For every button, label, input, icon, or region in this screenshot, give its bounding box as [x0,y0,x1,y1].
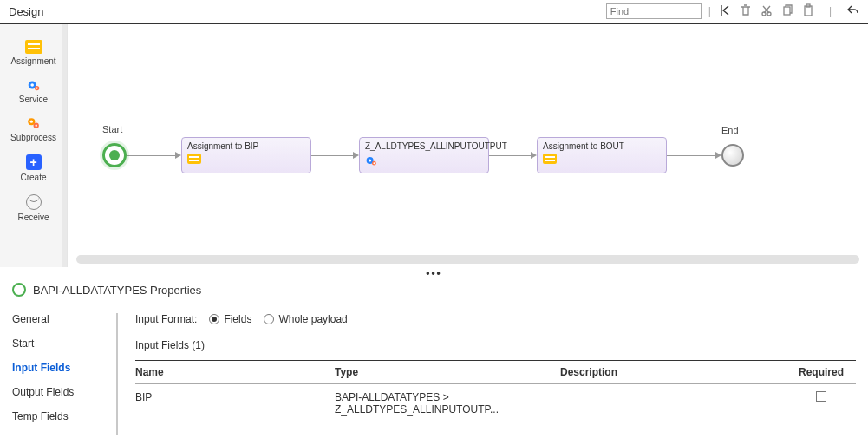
palette-label: Assignment [10,56,55,66]
cell-description [560,391,786,416]
col-description[interactable]: Description [560,366,786,378]
end-circle-icon [721,144,744,167]
palette-subprocess[interactable]: Subprocess [0,113,67,146]
cell-type: BAPI-ALLDATATYPES > Z_ALLDTYPES_ALLINPUT… [335,391,560,416]
col-type[interactable]: Type [335,366,560,378]
properties-body: General Start Input Fields Output Fields… [0,304,868,443]
svg-point-16 [373,162,375,164]
svg-point-14 [369,159,371,161]
properties-tabs: General Start Input Fields Output Fields… [12,313,99,435]
checkbox-icon[interactable] [816,391,826,402]
task-assignment-bip[interactable]: Assignment to BIP [181,137,311,173]
end-label: End [721,125,739,135]
design-area: Assignment Service Subprocess + Create R… [0,24,868,267]
start-node[interactable]: Start [102,143,127,167]
process-icon [12,283,26,297]
tab-input-fields[interactable]: Input Fields [12,362,99,374]
svg-point-8 [36,88,37,89]
start-circle-icon [102,143,127,167]
subprocess-icon [25,116,42,130]
palette-label: Service [19,95,48,104]
palette-label: Receive [17,213,49,222]
cell-required [786,391,856,416]
task-title: Assignment to BIP [187,141,305,151]
grid-title: Input Fields (1) [135,339,856,351]
col-required[interactable]: Required [786,366,856,378]
palette-label: Create [20,173,46,182]
palette-create[interactable]: + Create [0,151,67,186]
delete-icon[interactable] [739,3,753,20]
svg-point-6 [30,83,34,87]
palette-receive[interactable]: Receive [0,191,67,226]
radio-icon [209,314,219,324]
service-icon [25,78,42,92]
palette-service[interactable]: Service [0,75,67,108]
palette-grip[interactable] [62,24,67,267]
assignment-icon [187,154,201,164]
properties-panel: Input Format: Fields Whole payload Input… [135,313,856,435]
task-title: Z_ALLDTYPES_ALLINPUTOUTPUT [365,141,483,151]
tab-start[interactable]: Start [12,337,99,350]
radio-icon [264,314,274,324]
input-format-row: Input Format: Fields Whole payload [135,313,856,325]
find-input[interactable] [606,3,702,19]
cell-name: BIP [135,391,335,416]
svg-point-10 [29,121,32,123]
grid-header: Name Type Description Required [135,360,856,384]
canvas[interactable]: Start Assignment to BIP Z_ALLDTYPES_ALLI… [68,24,868,267]
input-format-label: Input Format: [135,313,197,325]
palette-assignment[interactable]: Assignment [0,36,67,69]
arrow [489,152,537,159]
properties-header: BAPI-ALLDATATYPES Properties [0,279,868,304]
properties-title: BAPI-ALLDATATYPES Properties [33,284,201,297]
radio-fields[interactable]: Fields [209,313,251,325]
task-service-zalldtypes[interactable]: Z_ALLDTYPES_ALLINPUTOUTPUT [359,137,489,173]
tab-output-fields[interactable]: Output Fields [12,386,99,398]
flow: Start Assignment to BIP Z_ALLDTYPES_ALLI… [102,137,833,173]
start-label: Start [102,124,122,134]
assignment-icon [543,154,557,164]
splitter[interactable]: ••• [0,267,868,279]
page-title: Design [9,5,43,18]
receive-icon [26,194,42,210]
toolbar: | [718,3,859,20]
col-name[interactable]: Name [135,366,335,378]
tab-temp-fields[interactable]: Temp Fields [12,410,99,422]
paste-icon[interactable] [801,3,815,20]
arrow [311,152,359,159]
arrow [667,152,721,159]
create-icon: + [26,154,42,170]
service-icon [365,154,379,169]
undo-icon[interactable] [845,3,859,20]
separator: | [829,5,832,17]
tab-general[interactable]: General [12,313,99,325]
header: Design | | [0,0,868,24]
horizontal-scrollbar[interactable] [76,255,859,264]
arrow [127,152,181,159]
go-start-icon[interactable] [718,3,732,20]
table-row[interactable]: BIP BAPI-ALLDATATYPES > Z_ALLDTYPES_ALLI… [135,384,856,422]
task-assignment-bout[interactable]: Assignment to BOUT [537,137,667,173]
copy-icon[interactable] [780,3,794,20]
assignment-icon [25,40,42,54]
end-node[interactable]: End [721,144,744,167]
svg-rect-2 [784,7,790,15]
radio-whole-payload[interactable]: Whole payload [264,313,347,325]
cut-icon[interactable] [760,3,773,20]
radio-label: Whole payload [278,313,347,325]
svg-point-12 [35,125,36,127]
splitter-dots-icon: ••• [426,267,442,279]
task-title: Assignment to BOUT [543,141,661,151]
palette-label: Subprocess [10,133,56,142]
separator: | [708,5,711,17]
vertical-separator [116,313,118,435]
palette: Assignment Service Subprocess + Create R… [0,24,68,267]
radio-label: Fields [224,313,251,325]
